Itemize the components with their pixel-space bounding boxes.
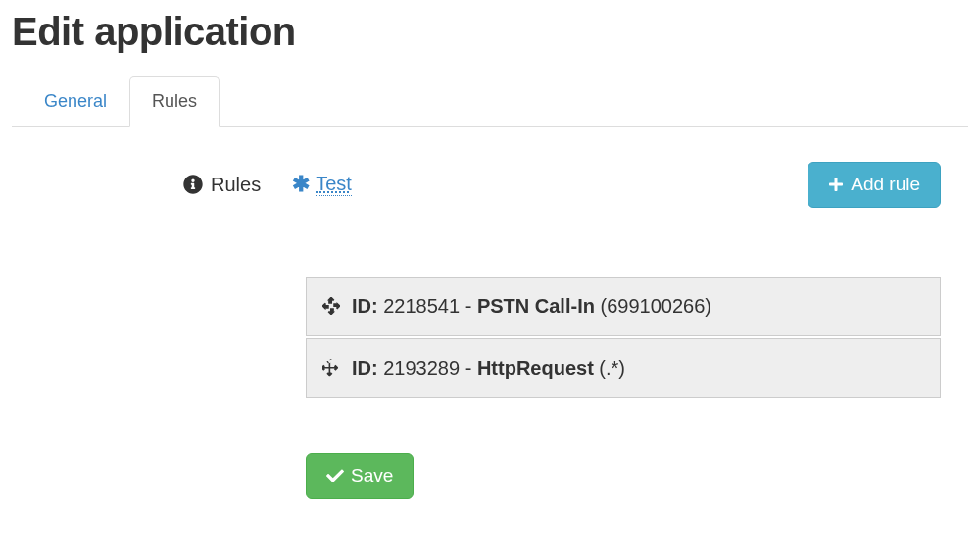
rules-label-wrap: Rules	[183, 174, 261, 196]
tab-general[interactable]: General	[22, 76, 129, 127]
check-icon	[326, 467, 344, 484]
plus-icon	[828, 177, 844, 192]
tabs: General Rules	[12, 76, 968, 127]
rule-text: ID: 2193289 - HttpRequest (.*)	[352, 357, 625, 380]
move-icon[interactable]	[322, 359, 340, 377]
asterisk-icon: ✱	[292, 174, 310, 195]
page-title: Edit application	[12, 10, 968, 54]
move-icon[interactable]	[322, 297, 340, 315]
test-link[interactable]: Test	[316, 173, 352, 196]
test-link-wrap: ✱ Test	[292, 173, 352, 196]
rules-label: Rules	[211, 174, 261, 196]
save-button-wrap: Save	[306, 453, 968, 499]
info-icon	[183, 175, 203, 194]
add-rule-label: Add rule	[851, 174, 920, 196]
rule-row[interactable]: ID: 2193289 - HttpRequest (.*)	[306, 338, 941, 398]
rule-text: ID: 2218541 - PSTN Call-In (699100266)	[352, 295, 711, 318]
rule-row[interactable]: ID: 2218541 - PSTN Call-In (699100266)	[306, 277, 941, 336]
save-label: Save	[351, 465, 393, 487]
rules-header-row: Rules ✱ Test Add rule	[12, 162, 968, 208]
rules-list: ID: 2218541 - PSTN Call-In (699100266) I…	[306, 277, 941, 398]
save-button[interactable]: Save	[306, 453, 414, 499]
content: Rules ✱ Test Add rule ID:	[12, 127, 968, 499]
tab-rules[interactable]: Rules	[129, 76, 220, 127]
add-rule-button[interactable]: Add rule	[808, 162, 941, 208]
